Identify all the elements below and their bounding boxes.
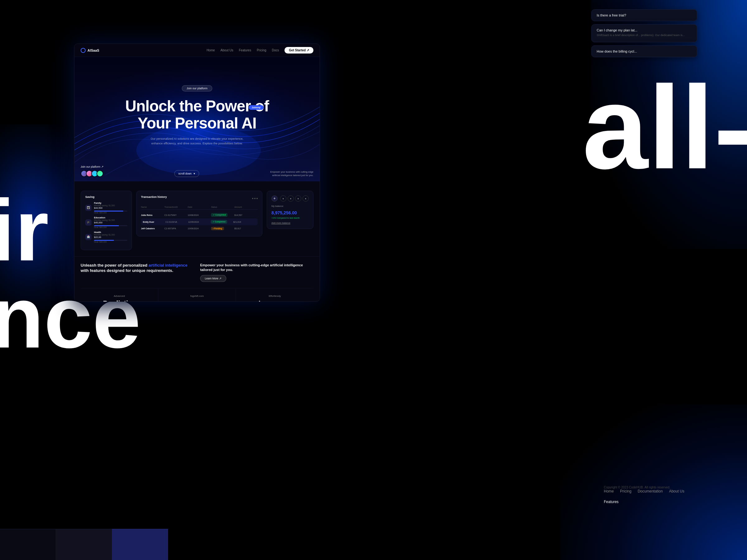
balance-add-button[interactable]: +	[272, 195, 278, 202]
avatar-4	[97, 170, 103, 177]
hero-bottom: Join our platform ↗ scroll down ▾ Empowe…	[74, 165, 320, 181]
balance-amount: 8,975,256.00	[272, 209, 309, 216]
feature-main-text: Unleash the power of personalized artifi…	[81, 263, 194, 275]
bottom-browser-dark	[0, 529, 56, 560]
add-balance-button[interactable]: Add more balance	[272, 221, 309, 224]
transaction-row-highlighted: Emily Duer C2-0103/VA 12/09/2024 ✓ Compl…	[141, 218, 258, 225]
saving-education-icon: 🎓	[85, 219, 92, 225]
saving-item-education: 🎓 Education Monthly saving: $1,500 $45,0…	[85, 216, 127, 229]
join-platform-link[interactable]: Join our platform ↗	[81, 165, 104, 168]
scroll-down-button[interactable]: scroll down ▾	[174, 170, 199, 177]
wave-decoration	[172, 300, 222, 302]
saving-education-info: Education Monthly saving: $1,500 $45,000…	[94, 216, 127, 229]
avatars	[81, 170, 104, 177]
feature-right: Empower your business with cutting-edge …	[200, 263, 313, 282]
balance-label: My balance	[272, 205, 309, 208]
right-nav-links: Home Pricing Documentation About Us Feat…	[604, 489, 697, 504]
chat-bubble-3[interactable]: How does the billing cycl...	[591, 46, 697, 57]
saving-card-title: Saving	[85, 195, 127, 198]
logo-text: AISaaS	[87, 49, 99, 52]
transaction-header: Transaction history	[141, 195, 258, 202]
bottom-feature-cards: Advanced PredictiveAnalytics Our AI uses…	[81, 288, 313, 302]
nav-bar: AISaaS Home About Us Features Pricing Do…	[74, 44, 320, 57]
empower-text-hero: Empower your business with cutting-edge …	[270, 170, 313, 177]
transaction-card-title: Transaction history	[141, 195, 167, 198]
feature-main-title: Unleash the power of personalized artifi…	[81, 263, 194, 273]
chat-panel: Is there a free trial? Can I change my p…	[591, 9, 697, 60]
balance-icon-4: ●	[303, 195, 309, 202]
balance-header: + ● ● ● ●	[272, 195, 309, 202]
bottom-card-percent: fogshift.com 100% Our AI adapts to your …	[158, 288, 236, 302]
bottom-browser-medium	[56, 529, 112, 560]
bottom-card-analytics: Advanced PredictiveAnalytics Our AI uses…	[81, 288, 158, 302]
bottom-card-language: Effortlessly LanguageProcessing Our natu…	[236, 288, 313, 302]
right-nav-about[interactable]: About Us	[669, 489, 684, 494]
nav-pricing[interactable]: Pricing	[257, 49, 266, 52]
transaction-table-header: Name TransactionID Date Status Amount	[141, 205, 258, 210]
transaction-row-pending: Jeff Cabalero C2-9073/PA 10/09/2024 • Pe…	[141, 225, 258, 232]
dashboard-section: Saving 👨‍👩‍👧 Family Monthly saving: $1,5…	[74, 181, 320, 256]
nav-links: Home About Us Features Pricing Docs Get …	[207, 47, 313, 54]
nav-docs[interactable]: Docs	[272, 49, 279, 52]
transaction-card: Transaction history Name TransactionID D…	[136, 191, 262, 236]
copyright-text: Copyright © 2023 CodeHUB. All rights res…	[604, 486, 697, 489]
saving-health-info: Health Monthly saving: $1,500 $22,00 Goa…	[94, 231, 127, 243]
transaction-menu[interactable]	[252, 198, 258, 199]
hero-content: Join our platform Unlock the Power of Yo…	[74, 57, 320, 181]
bottom-browsers	[0, 529, 747, 560]
nav-features[interactable]: Features	[239, 49, 251, 52]
balance-card: + ● ● ● ● My balance 8,975,256.00 +1% Co…	[267, 191, 313, 229]
chevron-down-icon: ▾	[194, 172, 195, 175]
hero-subtitle: Our personalized AI solutions are design…	[147, 136, 247, 145]
balance-icon-2: ●	[288, 195, 294, 202]
johnny-badge: Johnny	[249, 105, 264, 110]
right-nav-features[interactable]: Features	[604, 500, 618, 504]
saving-health-icon: 🏥	[85, 234, 92, 240]
saving-card: Saving 👨‍👩‍👧 Family Monthly saving: $1,5…	[81, 191, 132, 250]
dashboard-grid: Saving 👨‍👩‍👧 Family Monthly saving: $1,5…	[81, 191, 313, 250]
balance-change: +1% Compared to last month	[272, 217, 309, 219]
chat-bubble-1[interactable]: Is there a free trial?	[591, 9, 697, 21]
saving-family-icon: 👨‍👩‍👧	[85, 205, 92, 211]
saving-item-family: 👨‍👩‍👧 Family Monthly saving: $1,500 $44,…	[85, 202, 127, 214]
balance-icons: ● ● ● ●	[280, 195, 309, 202]
nav-about[interactable]: About Us	[221, 49, 233, 52]
learn-more-button[interactable]: Learn More ↗	[200, 275, 226, 282]
chat-bubble-2[interactable]: Can I change my plan lat... ShiftSaaS is…	[591, 24, 697, 42]
saving-item-health: 🏥 Health Monthly saving: $1,500 $22,00 G…	[85, 231, 127, 243]
get-started-button[interactable]: Get Started ↗	[284, 47, 313, 54]
right-nav-documentation[interactable]: Documentation	[638, 489, 663, 494]
hero-badge[interactable]: Join our platform	[182, 85, 212, 91]
nav-home[interactable]: Home	[207, 49, 215, 52]
balance-icon-1: ●	[280, 195, 286, 202]
hero-section: Join our platform Unlock the Power of Yo…	[74, 57, 320, 181]
empower-title: Empower your business with cutting-edge …	[200, 263, 313, 272]
transaction-row: Julia Reins C2-9175/MY 10/08/2024 ✓ Comp…	[141, 212, 258, 218]
logo-icon	[81, 48, 85, 53]
features-section: Unleash the power of personalized artifi…	[74, 256, 320, 302]
balance-icon-3: ●	[295, 195, 301, 202]
nav-logo: AISaaS	[81, 48, 99, 53]
features-grid: Unleash the power of personalized artifi…	[81, 263, 313, 282]
join-platform-group: Join our platform ↗	[81, 165, 104, 177]
right-footer-nav: Copyright © 2023 CodeHUB. All rights res…	[604, 483, 697, 504]
saving-family-info: Family Monthly saving: $1,500 $44,500 Go…	[94, 202, 127, 214]
right-nav-home[interactable]: Home	[604, 489, 614, 494]
browser-mockup: AISaaS Home About Us Features Pricing Do…	[74, 44, 320, 302]
right-nav-pricing[interactable]: Pricing	[620, 489, 632, 494]
hero-title: Unlock the Power of Your Personal AI	[125, 98, 269, 132]
bottom-browser-blue	[112, 529, 168, 560]
